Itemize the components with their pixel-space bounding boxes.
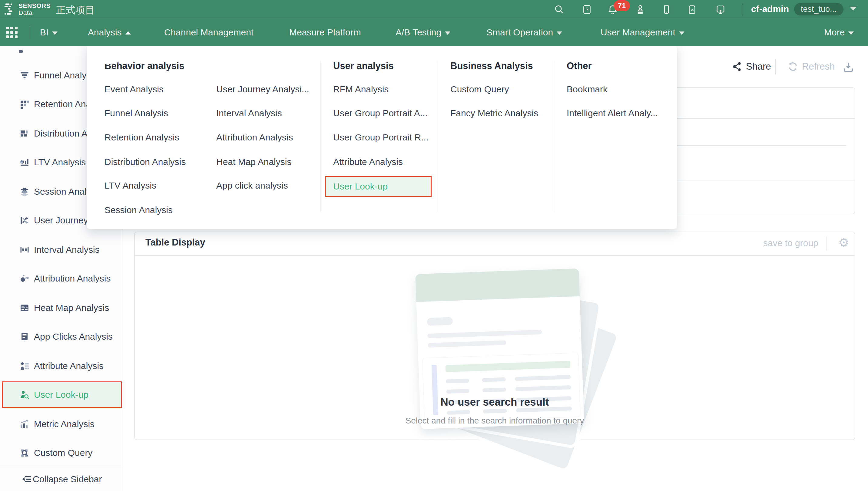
chevron-down-icon <box>848 31 854 35</box>
app-clicks-icon <box>19 331 30 342</box>
sidebar-item-attribute-analysis[interactable]: Attribute Analysis <box>0 357 123 375</box>
menu-section-title: Other <box>567 60 592 73</box>
project-name[interactable]: 正式项目 <box>56 4 95 17</box>
menu-item-user-look-up[interactable]: User Look-up <box>325 176 431 197</box>
sidebar-item-attribution-analysis[interactable]: Attribution Analysis <box>0 269 123 288</box>
chevron-down-icon <box>557 31 562 35</box>
attribute-icon <box>19 361 30 371</box>
workspace-pill[interactable]: test_tuo... <box>794 3 843 16</box>
user-lookup-icon <box>19 389 30 400</box>
stamp-icon[interactable] <box>635 4 646 15</box>
menu-item-user-journey-analysis[interactable]: User Journey Analysi... <box>216 83 309 95</box>
sidebar-item-heat-map-analysis[interactable]: Heat Map Analysis <box>0 299 123 317</box>
chevron-down-icon <box>445 31 450 35</box>
empty-state-subtitle: Select and fill in the search informatio… <box>134 416 855 426</box>
top-bar: SENSORS Data 正式项目 ? <box>0 0 868 19</box>
nav-item-channel-management[interactable]: Channel Management <box>164 19 253 46</box>
attribution-icon <box>19 273 30 284</box>
refresh-button[interactable]: Refresh <box>787 59 835 74</box>
sidebar-item-user-look-up[interactable]: User Look-up <box>0 386 123 404</box>
menu-item-rfm-analysis[interactable]: RFM Analysis <box>333 83 389 95</box>
partial-item-fragment <box>19 50 23 53</box>
distribution-icon <box>19 128 30 139</box>
brand-line2: Data <box>19 9 51 16</box>
sidebar-footer-divider <box>0 467 123 467</box>
collapse-sidebar-button[interactable]: Collapse Sidebar <box>0 470 123 488</box>
menu-section-title: Business Analysis <box>450 60 533 73</box>
active-tab-indicator <box>100 61 117 64</box>
nav-item-analysis[interactable]: Analysis <box>88 19 131 46</box>
menu-item-fancy-metric-analysis[interactable]: Fancy Metric Analysis <box>450 107 538 119</box>
nav-item-more[interactable]: More <box>824 19 854 46</box>
share-icon <box>731 61 742 72</box>
refresh-icon <box>787 61 799 72</box>
menu-item-ltv-analysis[interactable]: LTV Analysis <box>105 179 156 192</box>
nav-divider <box>29 26 29 39</box>
menu-item-bookmark[interactable]: Bookmark <box>567 83 608 95</box>
menu-item-session-analysis[interactable]: Session Analysis <box>105 204 173 216</box>
gear-icon[interactable]: ⚙ <box>838 235 849 250</box>
nav-item-measure-platform[interactable]: Measure Platform <box>289 19 361 46</box>
help-icon[interactable]: ? <box>582 4 592 15</box>
package-icon[interactable] <box>687 4 698 15</box>
menu-item-heat-map-analysis[interactable]: Heat Map Analysis <box>216 156 291 168</box>
menu-item-distribution-analysis[interactable]: Distribution Analysis <box>105 156 186 168</box>
nav-item-smart-operation[interactable]: Smart Operation <box>486 19 562 46</box>
brand-logo[interactable]: SENSORS Data <box>4 2 51 16</box>
menu-item-intelligent-alert-analysis[interactable]: Intelligent Alert Analy... <box>567 107 658 119</box>
menu-column-divider <box>554 61 554 212</box>
menu-item-attribution-analysis[interactable]: Attribution Analysis <box>216 132 293 143</box>
search-icon[interactable] <box>554 4 564 15</box>
monitor-icon[interactable] <box>715 4 726 15</box>
sidebar-item-app-clicks-analysis[interactable]: App Clicks Analysis <box>0 327 123 346</box>
app-screen: SENSORS Data 正式项目 ? <box>0 0 868 491</box>
menu-section-title: User analysis <box>333 60 394 73</box>
download-icon[interactable] <box>842 61 855 73</box>
toolbar-divider <box>775 59 776 75</box>
menu-item-user-group-portrait-r[interactable]: User Group Portrait R... <box>333 132 428 143</box>
notification-badge: 71 <box>614 0 630 11</box>
menu-item-custom-query[interactable]: Custom Query <box>450 83 509 95</box>
interval-icon <box>19 244 30 255</box>
card-header-underline <box>135 255 855 256</box>
card-header-divider <box>826 237 827 251</box>
menu-column-divider <box>438 61 438 212</box>
sidebar-item-metric-analysis[interactable]: Metric Analysis <box>0 415 123 433</box>
menu-item-attribute-analysis[interactable]: Attribute Analysis <box>333 156 403 168</box>
menu-item-event-analysis[interactable]: Event Analysis <box>105 83 164 95</box>
retention-icon <box>19 99 30 109</box>
username[interactable]: cf-admin <box>751 4 789 14</box>
phone-icon[interactable] <box>661 4 672 15</box>
nav-item-bi[interactable]: BI <box>40 19 58 46</box>
menu-item-retention-analysis[interactable]: Retention Analysis <box>105 132 179 143</box>
collapse-icon <box>22 474 32 484</box>
menu-column-divider <box>320 61 321 212</box>
account-chevron-down-icon[interactable] <box>850 7 857 10</box>
nav-item-user-management[interactable]: User Management <box>600 19 684 46</box>
share-button[interactable]: Share <box>731 59 771 74</box>
analysis-mega-menu: Behavior analysis Event Analysis Funnel … <box>87 45 677 229</box>
empty-state-title: No user search result <box>134 396 855 408</box>
heatmap-icon <box>19 303 30 313</box>
sensors-logo-icon <box>4 2 16 16</box>
save-to-group-button[interactable]: save to group <box>763 238 818 248</box>
chevron-up-icon <box>125 31 131 34</box>
session-icon <box>19 186 30 197</box>
sidebar-item-custom-query[interactable]: Custom Query <box>0 444 123 462</box>
sidebar-item-interval-analysis[interactable]: Interval Analysis <box>0 241 123 259</box>
funnel-icon <box>19 70 30 81</box>
apps-grid-icon[interactable] <box>6 27 18 38</box>
nav-item-ab-testing[interactable]: A/B Testing <box>395 19 450 46</box>
main-nav: BI Analysis Channel Management Measure P… <box>0 19 868 46</box>
custom-query-icon <box>19 448 30 458</box>
user-journey-icon <box>19 215 30 226</box>
menu-item-funnel-analysis[interactable]: Funnel Analysis <box>105 107 168 119</box>
menu-item-user-group-portrait-a[interactable]: User Group Portrait A... <box>333 107 428 119</box>
chevron-down-icon <box>679 31 684 35</box>
ltv-icon: $ <box>19 157 30 167</box>
svg-text:?: ? <box>585 7 588 12</box>
menu-item-interval-analysis[interactable]: Interval Analysis <box>216 107 282 119</box>
svg-text:$: $ <box>21 160 23 164</box>
menu-item-app-click-analysis[interactable]: App click analysis <box>216 179 288 192</box>
chevron-down-icon <box>52 31 58 35</box>
